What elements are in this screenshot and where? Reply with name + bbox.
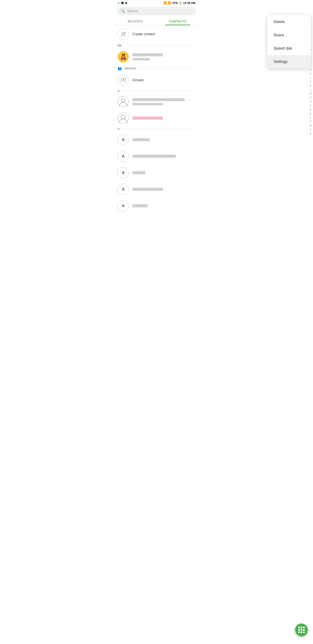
dropdown-overlay[interactable] [114, 0, 199, 214]
